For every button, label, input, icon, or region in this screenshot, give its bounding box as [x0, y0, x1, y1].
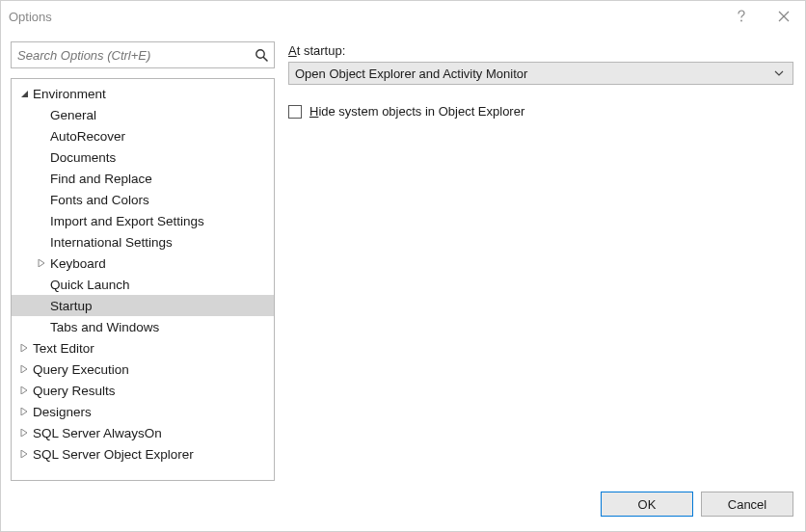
startup-label: At startup:: [288, 43, 793, 58]
startup-dropdown[interactable]: Open Object Explorer and Activity Monito…: [288, 62, 793, 85]
tree-label: SQL Server AlwaysOn: [33, 426, 162, 440]
tree-node-sql-alwayson[interactable]: SQL Server AlwaysOn: [12, 422, 274, 443]
close-button[interactable]: [763, 1, 805, 32]
tree-node-international[interactable]: International Settings: [12, 231, 274, 253]
chevron-down-icon: [771, 70, 787, 76]
tree-label: International Settings: [35, 235, 173, 250]
tree-label: SQL Server Object Explorer: [33, 447, 194, 462]
right-pane: At startup: Open Object Explorer and Act…: [288, 41, 793, 481]
tree-node-environment[interactable]: Environment: [12, 83, 274, 104]
checkbox-icon[interactable]: [288, 105, 302, 119]
tree-node-import-export[interactable]: Import and Export Settings: [12, 210, 274, 231]
tree-node-fonts-colors[interactable]: Fonts and Colors: [12, 189, 274, 210]
tree-node-startup[interactable]: Startup: [12, 295, 274, 316]
options-tree[interactable]: Environment General AutoRecover Document…: [11, 78, 275, 481]
chevron-right-icon: [17, 450, 31, 458]
search-input[interactable]: [12, 42, 274, 67]
chevron-right-icon: [17, 344, 31, 352]
tree-node-text-editor[interactable]: Text Editor: [12, 337, 274, 359]
tree-label: Environment: [33, 87, 106, 101]
tree-label: Tabs and Windows: [35, 320, 159, 334]
titlebar: Options: [1, 1, 805, 32]
window-title: Options: [9, 10, 52, 24]
chevron-right-icon: [17, 429, 31, 437]
search-box[interactable]: [11, 41, 275, 68]
help-icon: [737, 10, 746, 23]
tree-label: AutoRecover: [35, 129, 125, 144]
tree-label: Keyboard: [50, 256, 106, 271]
tree-node-find-replace[interactable]: Find and Replace: [12, 168, 274, 189]
chevron-right-icon: [35, 259, 48, 267]
chevron-down-icon: [17, 90, 31, 98]
svg-point-0: [740, 20, 742, 22]
chevron-right-icon: [17, 386, 31, 394]
ok-button[interactable]: OK: [601, 492, 693, 517]
cancel-button[interactable]: Cancel: [701, 492, 793, 517]
tree-node-autorecover[interactable]: AutoRecover: [12, 125, 274, 146]
tree-label: General: [35, 108, 96, 122]
chevron-right-icon: [17, 408, 31, 415]
tree-node-documents[interactable]: Documents: [12, 146, 274, 168]
tree-node-sql-object-explorer[interactable]: SQL Server Object Explorer: [12, 443, 274, 465]
chevron-right-icon: [17, 365, 31, 373]
tree-node-keyboard[interactable]: Keyboard: [12, 253, 274, 274]
tree-label: Designers: [33, 405, 92, 419]
left-pane: Environment General AutoRecover Document…: [11, 41, 275, 481]
tree-label: Quick Launch: [35, 278, 130, 292]
tree-node-quick-launch[interactable]: Quick Launch: [12, 274, 274, 295]
tree-label: Text Editor: [33, 341, 94, 356]
client-area: Environment General AutoRecover Document…: [1, 32, 805, 485]
search-icon: [253, 46, 270, 64]
hide-system-objects-row[interactable]: Hide system objects in Object Explorer: [288, 104, 793, 119]
tree-node-general[interactable]: General: [12, 104, 274, 125]
tree-label: Documents: [35, 150, 116, 165]
tree-label: Query Execution: [33, 362, 129, 377]
checkbox-label: Hide system objects in Object Explorer: [309, 104, 524, 119]
tree-label: Startup: [35, 299, 93, 313]
tree-label: Query Results: [33, 384, 116, 398]
tree-node-tabs-windows[interactable]: Tabs and Windows: [12, 316, 274, 337]
dialog-footer: OK Cancel: [1, 485, 805, 531]
tree-label: Find and Replace: [35, 172, 152, 186]
help-button[interactable]: [720, 1, 763, 32]
close-icon: [778, 11, 790, 22]
tree-node-query-execution[interactable]: Query Execution: [12, 359, 274, 380]
tree-label: Fonts and Colors: [35, 193, 149, 207]
tree-label: Import and Export Settings: [35, 214, 204, 228]
svg-line-4: [263, 57, 267, 61]
dropdown-value: Open Object Explorer and Activity Monito…: [295, 66, 527, 81]
tree-node-query-results[interactable]: Query Results: [12, 380, 274, 401]
tree-node-designers[interactable]: Designers: [12, 401, 274, 422]
